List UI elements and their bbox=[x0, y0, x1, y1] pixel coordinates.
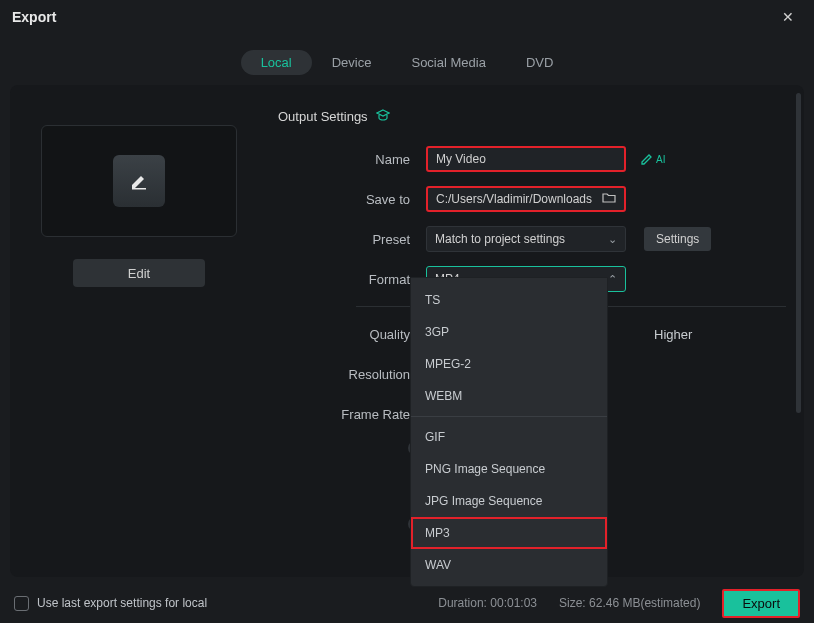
size-label: Size: bbox=[559, 596, 586, 610]
footer-bar: Use last export settings for local Durat… bbox=[0, 583, 814, 623]
format-option-jpg-seq[interactable]: JPG Image Sequence bbox=[411, 485, 607, 517]
format-option-mp3[interactable]: MP3 bbox=[411, 517, 607, 549]
export-button[interactable]: Export bbox=[722, 589, 800, 618]
edit-button[interactable]: Edit bbox=[73, 259, 205, 287]
name-label: Name bbox=[278, 152, 426, 167]
export-tabs: Local Device Social Media DVD bbox=[0, 50, 814, 75]
preset-label: Preset bbox=[278, 232, 426, 247]
ai-name-icon[interactable]: AI bbox=[640, 152, 665, 166]
tab-device[interactable]: Device bbox=[312, 50, 392, 75]
size-value: 62.46 MB(estimated) bbox=[589, 596, 700, 610]
graduation-cap-icon[interactable] bbox=[376, 109, 390, 124]
use-last-settings-checkbox[interactable] bbox=[14, 596, 29, 611]
folder-icon[interactable] bbox=[602, 192, 616, 206]
video-preview bbox=[41, 125, 237, 237]
ai-label: AI bbox=[656, 154, 665, 165]
tab-local[interactable]: Local bbox=[241, 50, 312, 75]
format-option-wav[interactable]: WAV bbox=[411, 549, 607, 581]
format-option-ts[interactable]: TS bbox=[411, 284, 607, 316]
svg-rect-0 bbox=[132, 188, 146, 190]
quality-higher-marker: Higher bbox=[654, 327, 692, 342]
duration-label: Duration: bbox=[438, 596, 487, 610]
preset-value: Match to project settings bbox=[435, 232, 565, 246]
export-panel: Edit Output Settings Name My Video AI Sa… bbox=[10, 85, 804, 577]
format-option-gif[interactable]: GIF bbox=[411, 421, 607, 453]
save-to-input[interactable]: C:/Users/Vladimir/Downloads bbox=[426, 186, 626, 212]
format-option-png-seq[interactable]: PNG Image Sequence bbox=[411, 453, 607, 485]
output-settings-header: Output Settings bbox=[278, 109, 786, 124]
tab-dvd[interactable]: DVD bbox=[506, 50, 573, 75]
save-to-label: Save to bbox=[278, 192, 426, 207]
settings-button[interactable]: Settings bbox=[644, 227, 711, 251]
preview-thumb-icon bbox=[113, 155, 165, 207]
chevron-down-icon: ⌄ bbox=[608, 233, 617, 246]
preset-select[interactable]: Match to project settings ⌄ bbox=[426, 226, 626, 252]
resolution-label: Resolution bbox=[278, 367, 426, 382]
format-option-mpeg2[interactable]: MPEG-2 bbox=[411, 348, 607, 380]
duration-value: 00:01:03 bbox=[490, 596, 537, 610]
output-settings-label: Output Settings bbox=[278, 109, 368, 124]
quality-label: Quality bbox=[278, 327, 426, 342]
name-input[interactable]: My Video bbox=[426, 146, 626, 172]
save-to-value: C:/Users/Vladimir/Downloads bbox=[436, 192, 592, 206]
tab-social-media[interactable]: Social Media bbox=[391, 50, 505, 75]
close-icon[interactable]: ✕ bbox=[774, 5, 802, 29]
frame-rate-label: Frame Rate bbox=[278, 407, 426, 422]
format-option-webm[interactable]: WEBM bbox=[411, 380, 607, 412]
format-dropdown: TS 3GP MPEG-2 WEBM GIF PNG Image Sequenc… bbox=[410, 277, 608, 587]
format-option-3gp[interactable]: 3GP bbox=[411, 316, 607, 348]
chevron-up-icon: ⌃ bbox=[608, 273, 617, 286]
window-title: Export bbox=[12, 9, 56, 25]
dropdown-divider bbox=[411, 416, 607, 417]
scrollbar[interactable] bbox=[796, 93, 801, 413]
format-label: Format bbox=[278, 272, 426, 287]
use-last-settings-label: Use last export settings for local bbox=[37, 596, 207, 610]
